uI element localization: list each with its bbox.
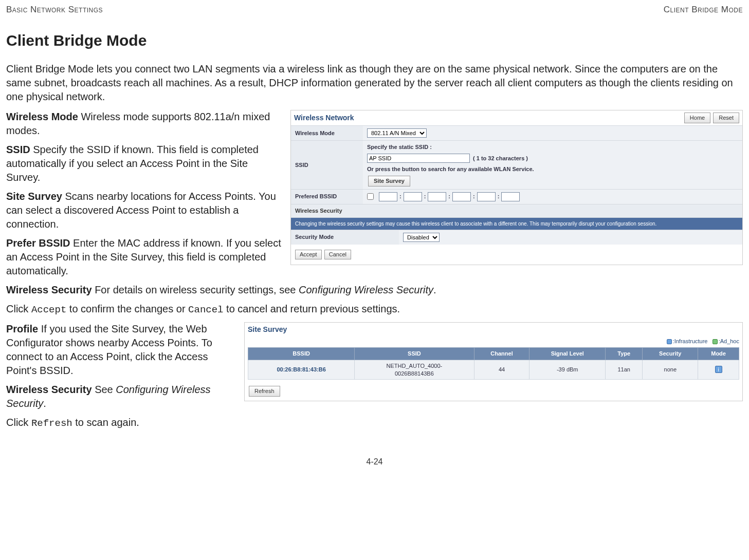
bssid-sep: :: [473, 193, 475, 200]
bssid-oct-2[interactable]: [404, 192, 422, 201]
infrastructure-icon: [667, 339, 672, 344]
refresh-button[interactable]: Refresh: [249, 386, 280, 397]
cell-ssid: NETHD_AUTO_4000- 0026B88143B6: [355, 360, 474, 380]
running-header: Basic Network Settings Client Bridge Mod…: [6, 4, 743, 16]
mode-infrastructure-icon: i: [715, 366, 722, 373]
col-bssid: BSSID: [248, 347, 355, 360]
bssid-sep: :: [424, 193, 426, 200]
refresh-line: Click Refresh to scan again.: [6, 416, 743, 431]
bssid-sep: :: [448, 193, 450, 200]
col-signal: Signal Level: [529, 347, 606, 360]
intro-paragraph: Client Bridge Mode lets you connect two …: [6, 62, 743, 104]
cancel-button[interactable]: Cancel: [324, 250, 351, 259]
accept-cancel-line: Click Accept to confirm the changes or C…: [6, 302, 743, 317]
bssid-sep: :: [498, 193, 500, 200]
site-survey-screenshot: Site Survey :Infrastructure :Ad_hoc BSSI…: [244, 322, 743, 401]
bssid-oct-5[interactable]: [477, 192, 496, 201]
wn-secmode-label: Security Mode: [291, 230, 399, 245]
cell-bssid[interactable]: 00:26:B8:81:43:B6: [248, 360, 355, 380]
wn-security-banner: Changing the wireless security settings …: [291, 217, 742, 230]
ssid-hint: ( 1 to 32 characters ): [473, 155, 528, 162]
wireless-network-screenshot: Wireless Network Home Reset Wireless Mod…: [290, 110, 743, 265]
col-mode: Mode: [698, 347, 739, 360]
wn-bssid-label: Prefered BSSID: [291, 190, 363, 204]
cell-security: none: [643, 360, 698, 380]
col-ssid: SSID: [355, 347, 474, 360]
page-number: 4-24: [6, 456, 743, 468]
ss-legend: :Infrastructure :Ad_hoc: [245, 337, 742, 347]
table-header-row: BSSID SSID Channel Signal Level Type Sec…: [248, 347, 739, 360]
wn-security-header: Wireless Security: [291, 204, 742, 217]
col-security: Security: [643, 347, 698, 360]
wireless-mode-select[interactable]: 802.11 A/N Mixed: [367, 128, 427, 138]
prefer-bssid-checkbox[interactable]: [367, 193, 374, 200]
col-type: Type: [606, 347, 643, 360]
cell-channel: 44: [474, 360, 529, 380]
def-wireless-security: Wireless Security For details on wireles…: [6, 283, 743, 297]
site-survey-button[interactable]: Site Survey: [368, 176, 410, 186]
wn-ssid-line1: Specify the static SSID :: [367, 143, 432, 151]
table-row[interactable]: 00:26:B8:81:43:B6 NETHD_AUTO_4000- 0026B…: [248, 360, 739, 380]
bssid-oct-1[interactable]: [379, 192, 397, 201]
page-title: Client Bridge Mode: [6, 30, 743, 51]
security-mode-select[interactable]: Disabled: [403, 233, 440, 242]
bssid-sep: :: [399, 193, 401, 200]
col-channel: Channel: [474, 347, 529, 360]
accept-button[interactable]: Accept: [295, 250, 322, 259]
cell-signal: -39 dBm: [529, 360, 606, 380]
bssid-oct-3[interactable]: [428, 192, 446, 201]
wn-ssid-label: SSID: [291, 141, 363, 189]
ssid-input[interactable]: [367, 154, 470, 163]
wn-mode-label: Wireless Mode: [291, 126, 363, 140]
cell-type: 11an: [606, 360, 643, 380]
wn-ssid-line2: Or press the button to search for any av…: [367, 165, 534, 173]
bssid-oct-4[interactable]: [452, 192, 471, 201]
wn-title: Wireless Network: [294, 113, 354, 123]
header-right: Client Bridge Mode: [664, 4, 743, 16]
cell-mode: i: [698, 360, 739, 380]
adhoc-icon: [713, 339, 718, 344]
header-left: Basic Network Settings: [6, 4, 103, 16]
reset-button[interactable]: Reset: [713, 113, 739, 123]
home-button[interactable]: Home: [684, 113, 710, 123]
bssid-oct-6[interactable]: [501, 192, 520, 201]
site-survey-table: BSSID SSID Channel Signal Level Type Sec…: [248, 347, 739, 380]
ss-title: Site Survey: [245, 323, 742, 337]
